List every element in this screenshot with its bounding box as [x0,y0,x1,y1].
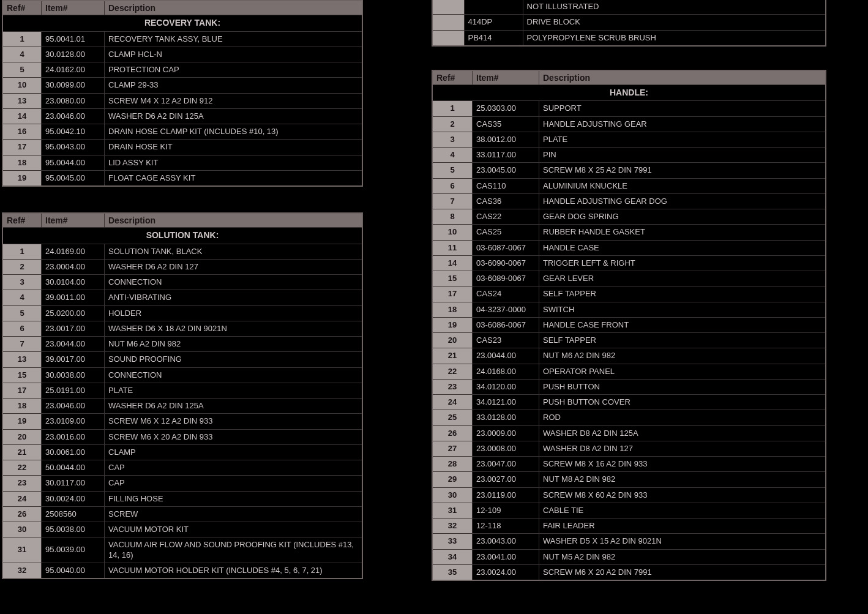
cell-item: 30.0104.00 [42,275,105,290]
table-row: 7CAS36HANDLE ADJUSTING GEAR DOG [432,193,826,209]
table-row: 2CAS35HANDLE ADJUSTING GEAR [432,116,826,132]
cell-item: 95.0038.00 [42,522,105,537]
cell-item: 38.0012.00 [473,132,539,147]
cell-ref: 7 [432,193,473,209]
cell-item: 25.0191.00 [42,383,105,398]
cell-desc: SCREW [105,506,363,522]
table-row: 3323.0043.00WASHER D5 X 15 A2 DIN 9021N [432,534,826,549]
cell-ref: 21 [2,444,42,460]
cell-ref [432,0,464,15]
table-row: 3195.0039.00VACUUM AIR FLOW AND SOUND PR… [2,537,362,563]
col-desc-header: Description [105,1,363,15]
cell-ref: 17 [432,286,473,302]
cell-ref: 5 [2,305,42,321]
table-row: 10CAS25RUBBER HANDLE GASKET [432,225,826,240]
cell-desc: SELF TAPPER [539,286,826,302]
cell-item: CAS22 [473,209,539,225]
cell-ref: 19 [2,170,42,186]
table-row: 1530.0038.00CONNECTION [2,367,362,383]
cell-item: 23.0119.00 [473,487,539,503]
cell-ref: 1 [2,244,42,259]
cell-item: 23.0009.00 [473,425,539,441]
table-row: 20CAS23SELF TAPPER [432,333,826,348]
table-row: 3212-118FAIR LEADER [432,519,826,534]
cell-item: CAS36 [473,193,539,209]
cell-desc: NUT M6 A2 DIN 982 [105,337,363,352]
table-row: 2250.0044.00CAP [2,460,362,476]
table-row: NOT ILLUSTRATED [432,0,826,15]
cell-item: 95.0039.00 [42,537,105,563]
cell-ref: 15 [2,367,42,383]
cell-desc: SOLUTION TANK, BLACK [105,244,363,259]
cell-desc: PLATE [105,383,363,398]
cell-ref: 18 [2,155,42,170]
cell-item: CAS110 [473,178,539,193]
cell-ref: 5 [432,163,473,178]
cell-desc: LID ASSY KIT [105,155,363,170]
cell-item: 30.0099.00 [42,78,105,93]
cell-item: 03-6090-0067 [473,255,539,271]
col-desc-header: Description [539,70,826,85]
cell-ref: 32 [2,563,42,578]
cell-item: CAS23 [473,333,539,348]
cell-desc: SCREW M6 X 20 A2 DIN 933 [105,429,363,444]
table-row: 2430.0024.00FILLING HOSE [2,491,362,506]
cell-desc: SOUND PROOFING [105,352,363,367]
cell-desc: GEAR DOG SPRING [539,209,826,225]
table-row: 523.0045.00SCREW M8 X 25 A2 DIN 7991 [432,163,826,178]
table-row: 3423.0041.00NUT M5 A2 DIN 982 [432,549,826,564]
cell-ref: 3 [2,275,42,290]
cell-desc: DRIVE BLOCK [523,15,826,30]
cell-item: 39.0017.00 [42,352,105,367]
cell-ref: 25 [432,410,473,425]
section-title: RECOVERY TANK: [2,15,362,32]
cell-item: 50.0044.00 [42,460,105,476]
cell-ref: 1 [2,31,42,47]
cell-item: 23.0043.00 [473,534,539,549]
cell-desc: HOLDER [105,305,363,321]
table-row: 223.0004.00WASHER D6 A2 DIN 127 [2,259,362,274]
cell-desc: SCREW M8 X 16 A2 DIN 933 [539,457,826,472]
cell-ref: 15 [432,271,473,286]
cell-ref: 33 [432,534,473,549]
table-row: 723.0044.00NUT M6 A2 DIN 982 [2,337,362,352]
cell-item: 23.0109.00 [42,414,105,429]
table-row: 125.0303.00SUPPORT [432,101,826,116]
table-row: 2330.0117.00CAP [2,476,362,491]
cell-item: 24.0169.00 [42,244,105,259]
cell-desc: TRIGGER LEFT & RIGHT [539,255,826,271]
table-row: 2130.0061.00CLAMP [2,444,362,460]
cell-ref: 32 [432,519,473,534]
cell-ref: 10 [2,78,42,93]
cell-desc: FLOAT CAGE ASSY KIT [105,170,363,186]
cell-item: 23.0046.00 [42,108,105,124]
table-row: 1695.0042.10DRAIN HOSE CLAMP KIT (INCLUD… [2,124,362,140]
col-desc-header: Description [105,213,363,228]
cell-ref: 16 [2,124,42,140]
cell-ref: 20 [2,429,42,444]
table-row: 2334.0120.00PUSH BUTTON [432,379,826,394]
cell-ref: 30 [2,522,42,537]
cell-ref: 2 [432,116,473,132]
table-row: 525.0200.00HOLDER [2,305,362,321]
cell-item: 23.0080.00 [42,93,105,108]
cell-desc: VACUUM AIR FLOW AND SOUND PROOFING KIT (… [105,537,363,563]
table-row: 2823.0047.00SCREW M8 X 16 A2 DIN 933 [432,457,826,472]
cell-desc: SCREW M6 X 12 A2 DIN 933 [105,414,363,429]
table-row: 2224.0168.00OPERATOR PANEL [432,364,826,379]
cell-ref: 13 [2,93,42,108]
cell-desc: FAIR LEADER [539,519,826,534]
table-row: 2023.0016.00SCREW M6 X 20 A2 DIN 933 [2,429,362,444]
col-ref-header: Ref# [2,213,42,228]
cell-item: 12-118 [473,519,539,534]
table-row: 2533.0128.00ROD [432,410,826,425]
table-row: 1895.0044.00LID ASSY KIT [2,155,362,170]
table-header-row: Ref# Item# Description [432,70,826,85]
table-row: 1804-3237-0000SWITCH [432,302,826,317]
cell-desc: FILLING HOSE [105,491,363,506]
cell-ref: 27 [432,441,473,456]
cell-item: 30.0038.00 [42,367,105,383]
recovery-tank-table: Ref# Item# Description RECOVERY TANK: 19… [2,0,363,187]
table-row: 1725.0191.00PLATE [2,383,362,398]
cell-ref: 26 [432,425,473,441]
